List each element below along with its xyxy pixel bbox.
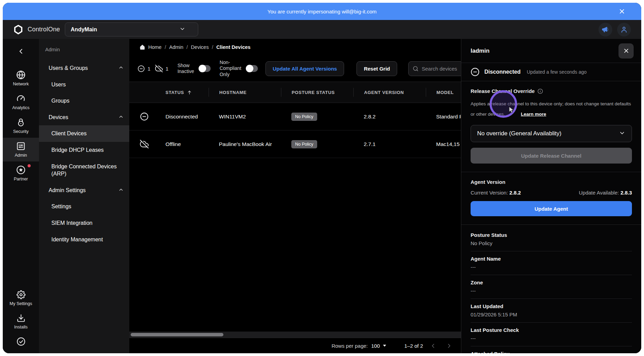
learn-more-link[interactable]: Learn more bbox=[521, 112, 546, 117]
cloud-off-icon bbox=[155, 65, 163, 72]
current-version: Current Version: 2.8.2 bbox=[471, 190, 521, 196]
nav-item-devices[interactable]: Devices bbox=[39, 109, 129, 126]
announcements-button[interactable] bbox=[598, 23, 612, 36]
show-inactive-label: Show Inactive bbox=[178, 63, 194, 75]
app-window: You are currently impersonating will@big… bbox=[3, 3, 641, 353]
chevron-down-icon bbox=[179, 26, 185, 32]
breadcrumb-admin[interactable]: Admin bbox=[169, 44, 183, 50]
device-row-paulines-macbook-air[interactable]: Offline Pauline's MacBook Air No Policy … bbox=[129, 130, 461, 158]
panel-title: ladmin bbox=[471, 48, 490, 54]
nav-item-groups[interactable]: Groups bbox=[39, 93, 129, 109]
rail-item-status-check[interactable] bbox=[3, 333, 39, 350]
rows-per-page-select[interactable]: 100 bbox=[371, 343, 386, 349]
next-page-button[interactable] bbox=[443, 340, 455, 352]
detail-attached-policy: Attached Policy --- bbox=[471, 346, 632, 353]
offline-count: 1 bbox=[155, 65, 168, 72]
rail-item-analytics[interactable]: Analytics bbox=[3, 90, 39, 114]
column-header-posture-status[interactable]: POSTURE STATUS bbox=[281, 88, 353, 97]
breadcrumb-home[interactable]: Home bbox=[148, 44, 162, 50]
column-header-agent-version[interactable]: AGENT VERSION bbox=[353, 88, 426, 97]
table-toolbar: 1 1 Show Inactive Non- Compliant Only Up… bbox=[129, 55, 461, 82]
table-header: STATUS HOSTNAME POSTURE STATUS AGENT VER… bbox=[129, 82, 461, 103]
device-details-list: Posture Status No Policy Agent Name --- … bbox=[461, 225, 641, 353]
release-channel-selected-value: No override (General Availablity) bbox=[477, 130, 561, 137]
rail-item-network[interactable]: Network bbox=[3, 66, 39, 90]
chevron-left-icon bbox=[430, 343, 436, 349]
table-footer: Rows per page: 100 1–2 of 2 bbox=[129, 338, 461, 353]
cell-agent-version: 2.7.1 bbox=[353, 141, 426, 147]
gear-icon bbox=[17, 290, 26, 299]
chevron-up-icon bbox=[118, 114, 124, 119]
update-agent-button[interactable]: Update Agent bbox=[471, 201, 632, 216]
nav-item-admin-settings[interactable]: Admin Settings bbox=[39, 182, 129, 199]
rail-item-installs[interactable]: Installs bbox=[3, 310, 39, 333]
panel-close-button[interactable] bbox=[618, 43, 634, 59]
cell-model: Mac14,15 bbox=[426, 141, 461, 147]
nav-item-bridge-connected-devices[interactable]: Bridge Connected Devices (ARP) bbox=[39, 158, 129, 182]
close-icon bbox=[619, 8, 625, 14]
rail-label: Admin bbox=[15, 153, 27, 158]
info-icon[interactable] bbox=[537, 88, 543, 94]
horizontal-scrollbar[interactable] bbox=[129, 332, 461, 338]
sort-ascending-icon bbox=[187, 90, 192, 95]
show-inactive-toggle[interactable] bbox=[199, 65, 211, 72]
cell-hostname: WIN11VM2 bbox=[209, 114, 281, 120]
detail-posture-status: Posture Status No Policy bbox=[471, 228, 632, 251]
panel-status-text: Disconnected bbox=[484, 69, 521, 75]
cell-status: Offline bbox=[155, 141, 209, 147]
release-channel-title: Release Channel Override bbox=[471, 88, 535, 94]
nav-item-users-groups[interactable]: Users & Groups bbox=[39, 60, 129, 76]
agent-version-section: Agent Version Current Version: 2.8.2 Upd… bbox=[461, 172, 641, 225]
device-detail-panel: ladmin Disconnected Updated a few second… bbox=[461, 39, 641, 353]
cloud-off-icon bbox=[140, 140, 149, 148]
nav-item-settings[interactable]: Settings bbox=[39, 198, 129, 215]
previous-page-button[interactable] bbox=[427, 340, 439, 352]
rail-item-security[interactable]: Security bbox=[3, 114, 39, 138]
column-header-hostname[interactable]: HOSTNAME bbox=[209, 88, 281, 97]
device-row-win11vm2[interactable]: Disconnected WIN11VM2 No Policy 2.8.2 St… bbox=[129, 103, 461, 130]
brand: ControlOne bbox=[13, 24, 60, 35]
minus-circle-icon bbox=[471, 67, 480, 76]
banner-close-button[interactable] bbox=[617, 7, 627, 16]
icon-rail: Network Analytics Security Admin Partner bbox=[3, 39, 39, 353]
collapse-sidebar-button[interactable] bbox=[14, 45, 28, 57]
check-circle-icon bbox=[17, 337, 26, 346]
nav-item-users[interactable]: Users bbox=[39, 76, 129, 93]
brand-name: ControlOne bbox=[28, 26, 60, 33]
search-icon bbox=[413, 66, 419, 72]
cell-status: Disconnected bbox=[155, 114, 209, 120]
nav-item-identity-management[interactable]: Identity Management bbox=[39, 231, 129, 248]
controlone-logo-icon bbox=[13, 24, 23, 35]
reset-grid-button[interactable]: Reset Grid bbox=[356, 61, 397, 76]
gauge-icon bbox=[16, 94, 26, 103]
column-header-model[interactable]: MODEL bbox=[426, 88, 461, 97]
impersonation-banner: You are currently impersonating will@big… bbox=[3, 3, 641, 20]
chevron-up-icon bbox=[118, 187, 124, 192]
home-icon bbox=[140, 44, 145, 50]
non-compliant-toggle[interactable] bbox=[246, 65, 258, 72]
rail-item-partner[interactable]: Partner bbox=[3, 161, 39, 185]
scrollbar-thumb[interactable] bbox=[131, 333, 223, 336]
rail-label: My Settings bbox=[10, 301, 32, 306]
release-channel-description: Applies a release channel to this device… bbox=[471, 99, 632, 119]
tenant-selector[interactable]: AndyMain bbox=[65, 22, 198, 36]
breadcrumb-client-devices: Client Devices bbox=[216, 44, 250, 50]
globe-icon bbox=[16, 70, 26, 80]
breadcrumb-devices[interactable]: Devices bbox=[191, 44, 209, 50]
cell-hostname: Pauline's MacBook Air bbox=[209, 141, 281, 147]
nav-item-bridge-dhcp-leases[interactable]: Bridge DHCP Leases bbox=[39, 142, 129, 158]
cell-agent-version: 2.8.2 bbox=[353, 114, 426, 120]
rail-item-admin[interactable]: Admin bbox=[3, 138, 39, 161]
update-release-channel-button[interactable]: Update Release Channel bbox=[471, 148, 632, 164]
update-all-agent-versions-button[interactable]: Update All Agent Versions bbox=[265, 61, 344, 76]
minus-circle-icon bbox=[140, 112, 149, 121]
nav-item-client-devices[interactable]: Client Devices bbox=[39, 125, 129, 142]
column-header-status[interactable]: STATUS bbox=[155, 88, 209, 97]
chevron-left-icon bbox=[18, 48, 24, 55]
user-menu-button[interactable] bbox=[617, 23, 631, 36]
megaphone-icon bbox=[602, 26, 609, 33]
release-channel-select[interactable]: No override (General Availablity) bbox=[471, 125, 632, 142]
nav-item-siem-integration[interactable]: SIEM Integration bbox=[39, 215, 129, 231]
rail-item-my-settings[interactable]: My Settings bbox=[3, 286, 39, 310]
admin-nav-panel: Admin Users & Groups Users Groups Device… bbox=[39, 39, 129, 353]
